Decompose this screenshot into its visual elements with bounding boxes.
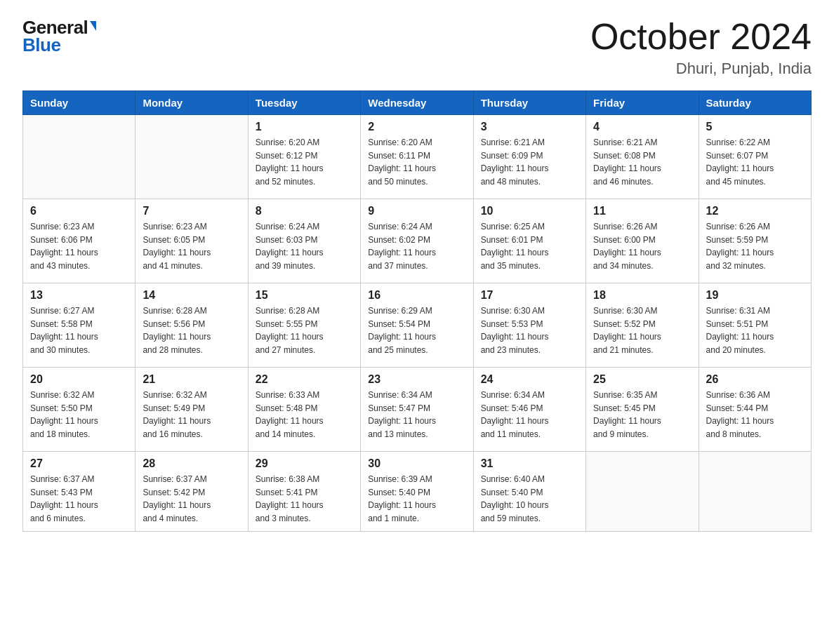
day-cell: 1Sunrise: 6:20 AMSunset: 6:12 PMDaylight… <box>248 115 360 199</box>
day-info: Sunrise: 6:36 AMSunset: 5:44 PMDaylight:… <box>706 389 804 441</box>
day-number: 26 <box>706 373 804 386</box>
day-cell: 11Sunrise: 6:26 AMSunset: 6:00 PMDayligh… <box>586 199 699 283</box>
day-number: 5 <box>706 121 804 133</box>
day-number: 16 <box>368 289 465 302</box>
day-cell: 8Sunrise: 6:24 AMSunset: 6:03 PMDaylight… <box>248 199 360 283</box>
day-cell: 19Sunrise: 6:31 AMSunset: 5:51 PMDayligh… <box>699 283 811 368</box>
day-number: 9 <box>368 205 465 217</box>
day-cell: 31Sunrise: 6:40 AMSunset: 5:40 PMDayligh… <box>473 452 585 531</box>
day-cell: 2Sunrise: 6:20 AMSunset: 6:11 PMDaylight… <box>361 115 473 199</box>
header: General Blue October 2024 Dhuri, Punjab,… <box>22 17 812 78</box>
calendar-table: SundayMondayTuesdayWednesdayThursdayFrid… <box>22 90 812 531</box>
day-cell: 18Sunrise: 6:30 AMSunset: 5:52 PMDayligh… <box>586 283 699 368</box>
day-info: Sunrise: 6:34 AMSunset: 5:47 PMDaylight:… <box>368 389 465 441</box>
day-number: 23 <box>368 373 465 386</box>
day-cell: 7Sunrise: 6:23 AMSunset: 6:05 PMDaylight… <box>135 199 248 283</box>
day-number: 8 <box>256 205 353 217</box>
day-number: 18 <box>593 289 691 302</box>
day-number: 14 <box>143 289 240 302</box>
column-header-wednesday: Wednesday <box>361 91 473 115</box>
day-cell: 10Sunrise: 6:25 AMSunset: 6:01 PMDayligh… <box>473 199 585 283</box>
day-cell: 4Sunrise: 6:21 AMSunset: 6:08 PMDaylight… <box>586 115 699 199</box>
day-info: Sunrise: 6:27 AMSunset: 5:58 PMDaylight:… <box>30 304 128 356</box>
day-info: Sunrise: 6:38 AMSunset: 5:41 PMDaylight:… <box>256 473 353 525</box>
day-info: Sunrise: 6:23 AMSunset: 6:06 PMDaylight:… <box>30 220 128 272</box>
day-info: Sunrise: 6:34 AMSunset: 5:46 PMDaylight:… <box>481 389 578 441</box>
day-number: 11 <box>593 205 691 217</box>
day-cell: 29Sunrise: 6:38 AMSunset: 5:41 PMDayligh… <box>248 452 360 531</box>
day-info: Sunrise: 6:37 AMSunset: 5:42 PMDaylight:… <box>143 473 240 525</box>
column-header-thursday: Thursday <box>473 91 585 115</box>
day-number: 30 <box>368 457 465 470</box>
day-info: Sunrise: 6:30 AMSunset: 5:53 PMDaylight:… <box>481 304 578 356</box>
day-number: 28 <box>143 457 240 470</box>
day-cell: 20Sunrise: 6:32 AMSunset: 5:50 PMDayligh… <box>23 368 135 452</box>
calendar-title: October 2024 <box>590 17 812 57</box>
day-info: Sunrise: 6:31 AMSunset: 5:51 PMDaylight:… <box>706 304 804 356</box>
day-cell: 21Sunrise: 6:32 AMSunset: 5:49 PMDayligh… <box>135 368 248 452</box>
day-cell: 6Sunrise: 6:23 AMSunset: 6:06 PMDaylight… <box>23 199 135 283</box>
day-cell: 17Sunrise: 6:30 AMSunset: 5:53 PMDayligh… <box>473 283 585 368</box>
day-info: Sunrise: 6:21 AMSunset: 6:08 PMDaylight:… <box>593 136 691 188</box>
day-cell <box>586 452 699 531</box>
day-number: 17 <box>481 289 578 302</box>
day-cell <box>135 115 248 199</box>
week-row-4: 20Sunrise: 6:32 AMSunset: 5:50 PMDayligh… <box>23 368 812 452</box>
title-area: October 2024 Dhuri, Punjab, India <box>590 17 812 78</box>
day-number: 7 <box>143 205 240 217</box>
day-number: 25 <box>593 373 691 386</box>
column-header-saturday: Saturday <box>699 91 811 115</box>
day-info: Sunrise: 6:20 AMSunset: 6:12 PMDaylight:… <box>256 136 353 188</box>
logo-blue: Blue <box>22 34 60 56</box>
week-row-5: 27Sunrise: 6:37 AMSunset: 5:43 PMDayligh… <box>23 452 812 531</box>
day-number: 10 <box>481 205 578 217</box>
day-cell: 27Sunrise: 6:37 AMSunset: 5:43 PMDayligh… <box>23 452 135 531</box>
day-number: 24 <box>481 373 578 386</box>
day-info: Sunrise: 6:32 AMSunset: 5:49 PMDaylight:… <box>143 389 240 441</box>
day-number: 20 <box>30 373 128 386</box>
day-info: Sunrise: 6:35 AMSunset: 5:45 PMDaylight:… <box>593 389 691 441</box>
day-cell: 3Sunrise: 6:21 AMSunset: 6:09 PMDaylight… <box>473 115 585 199</box>
day-cell: 15Sunrise: 6:28 AMSunset: 5:55 PMDayligh… <box>248 283 360 368</box>
day-cell <box>23 115 135 199</box>
day-info: Sunrise: 6:30 AMSunset: 5:52 PMDaylight:… <box>593 304 691 356</box>
day-info: Sunrise: 6:33 AMSunset: 5:48 PMDaylight:… <box>256 389 353 441</box>
day-info: Sunrise: 6:28 AMSunset: 5:55 PMDaylight:… <box>256 304 353 356</box>
day-cell: 5Sunrise: 6:22 AMSunset: 6:07 PMDaylight… <box>699 115 811 199</box>
day-info: Sunrise: 6:28 AMSunset: 5:56 PMDaylight:… <box>143 304 240 356</box>
calendar-subtitle: Dhuri, Punjab, India <box>590 60 812 78</box>
logo-triangle-icon <box>90 21 96 31</box>
week-row-1: 1Sunrise: 6:20 AMSunset: 6:12 PMDaylight… <box>23 115 812 199</box>
column-header-sunday: Sunday <box>23 91 135 115</box>
day-number: 6 <box>30 205 128 217</box>
day-info: Sunrise: 6:25 AMSunset: 6:01 PMDaylight:… <box>481 220 578 272</box>
week-row-2: 6Sunrise: 6:23 AMSunset: 6:06 PMDaylight… <box>23 199 812 283</box>
day-info: Sunrise: 6:22 AMSunset: 6:07 PMDaylight:… <box>706 136 804 188</box>
day-info: Sunrise: 6:21 AMSunset: 6:09 PMDaylight:… <box>481 136 578 188</box>
day-cell: 14Sunrise: 6:28 AMSunset: 5:56 PMDayligh… <box>135 283 248 368</box>
day-info: Sunrise: 6:23 AMSunset: 6:05 PMDaylight:… <box>143 220 240 272</box>
day-number: 31 <box>481 457 578 470</box>
logo: General Blue <box>22 17 96 56</box>
day-number: 19 <box>706 289 804 302</box>
day-info: Sunrise: 6:39 AMSunset: 5:40 PMDaylight:… <box>368 473 465 525</box>
day-number: 12 <box>706 205 804 217</box>
day-number: 21 <box>143 373 240 386</box>
day-info: Sunrise: 6:32 AMSunset: 5:50 PMDaylight:… <box>30 389 128 441</box>
day-number: 1 <box>256 121 353 133</box>
column-header-monday: Monday <box>135 91 248 115</box>
day-number: 3 <box>481 121 578 133</box>
day-info: Sunrise: 6:24 AMSunset: 6:02 PMDaylight:… <box>368 220 465 272</box>
day-cell: 26Sunrise: 6:36 AMSunset: 5:44 PMDayligh… <box>699 368 811 452</box>
day-info: Sunrise: 6:20 AMSunset: 6:11 PMDaylight:… <box>368 136 465 188</box>
day-number: 4 <box>593 121 691 133</box>
day-number: 22 <box>256 373 353 386</box>
day-cell: 12Sunrise: 6:26 AMSunset: 5:59 PMDayligh… <box>699 199 811 283</box>
day-cell: 9Sunrise: 6:24 AMSunset: 6:02 PMDaylight… <box>361 199 473 283</box>
column-header-friday: Friday <box>586 91 699 115</box>
day-cell: 16Sunrise: 6:29 AMSunset: 5:54 PMDayligh… <box>361 283 473 368</box>
day-cell: 24Sunrise: 6:34 AMSunset: 5:46 PMDayligh… <box>473 368 585 452</box>
day-number: 2 <box>368 121 465 133</box>
day-info: Sunrise: 6:26 AMSunset: 5:59 PMDaylight:… <box>706 220 804 272</box>
week-row-3: 13Sunrise: 6:27 AMSunset: 5:58 PMDayligh… <box>23 283 812 368</box>
